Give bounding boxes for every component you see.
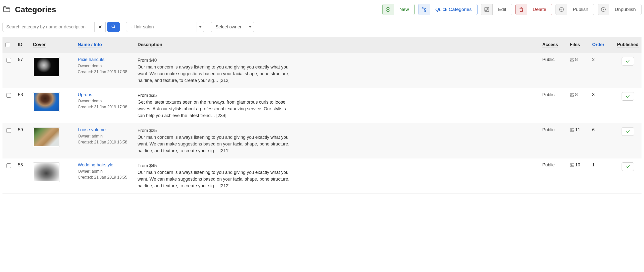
published-toggle[interactable] — [622, 162, 634, 171]
search-clear-button[interactable]: ✕ — [95, 22, 106, 32]
edit-button[interactable]: Edit — [481, 4, 512, 15]
published-toggle[interactable] — [622, 127, 634, 136]
tree-icon — [418, 4, 430, 15]
cell-order: 6 — [589, 123, 614, 158]
check-icon — [625, 94, 630, 99]
search-button[interactable] — [107, 22, 120, 32]
row-checkbox[interactable] — [6, 58, 11, 62]
cell-description: From $40Our main concern is always liste… — [138, 57, 292, 84]
category-select-value: - Hair salon — [126, 22, 196, 32]
cell-order: 3 — [589, 88, 614, 123]
cell-access: Public — [539, 123, 567, 158]
toolbar: New Quick Categories Edit Delete Publish — [382, 4, 642, 15]
cell-description: From $35Get the latest textures seen on … — [138, 92, 292, 119]
image-icon — [570, 163, 574, 167]
unpublish-button[interactable]: Unpublish — [598, 4, 642, 15]
cell-files: 10 — [567, 158, 589, 194]
svg-point-16 — [571, 59, 572, 59]
cancel-circle-icon — [598, 4, 609, 15]
new-button[interactable]: New — [382, 4, 415, 15]
svg-rect-21 — [570, 164, 574, 167]
created-line: Created: 21 Jan 2019 18:55 — [78, 175, 132, 180]
table-row: 55 Wedding hairstyle Owner: admin Create… — [2, 158, 642, 194]
new-button-label: New — [394, 4, 414, 15]
svg-line-14 — [114, 27, 116, 28]
cover-thumbnail[interactable] — [33, 162, 60, 182]
owner-line: Owner: admin — [78, 134, 132, 138]
svg-rect-5 — [425, 11, 426, 12]
column-published[interactable]: Published — [617, 42, 638, 48]
created-line: Created: 31 Jan 2019 17:38 — [78, 105, 132, 109]
cell-id: 58 — [15, 88, 30, 123]
cover-thumbnail[interactable] — [33, 57, 60, 77]
quick-categories-button[interactable]: Quick Categories — [418, 4, 478, 15]
category-name-link[interactable]: Wedding hairstyle — [78, 162, 114, 167]
svg-rect-15 — [570, 58, 574, 61]
column-cover[interactable]: Cover — [33, 42, 46, 48]
categories-table: ID Cover Name / Info Description Access … — [2, 37, 642, 194]
image-icon — [570, 58, 574, 61]
close-icon: ✕ — [98, 24, 102, 30]
published-toggle[interactable] — [622, 92, 634, 101]
cell-order: 2 — [589, 53, 614, 88]
category-name-link[interactable]: Up-dos — [78, 92, 92, 97]
column-name[interactable]: Name / Info — [78, 42, 102, 48]
row-checkbox[interactable] — [6, 93, 11, 98]
svg-point-20 — [571, 129, 572, 130]
page-title: Categories — [15, 5, 56, 14]
cell-files: 8 — [567, 53, 589, 88]
created-line: Created: 21 Jan 2019 18:58 — [78, 140, 132, 144]
cover-thumbnail[interactable] — [33, 92, 60, 112]
column-description[interactable]: Description — [138, 42, 162, 48]
quick-categories-label: Quick Categories — [430, 4, 477, 15]
column-access[interactable]: Access — [542, 42, 558, 48]
cell-id: 57 — [15, 53, 30, 88]
created-line: Created: 31 Jan 2019 17:38 — [78, 70, 132, 74]
column-id[interactable]: ID — [18, 42, 22, 48]
cell-files: 11 — [567, 123, 589, 158]
publish-button[interactable]: Publish — [556, 4, 594, 15]
categories-icon — [2, 5, 11, 14]
unpublish-button-label: Unpublish — [609, 4, 642, 15]
check-icon — [625, 129, 630, 134]
svg-rect-17 — [570, 93, 574, 96]
published-toggle[interactable] — [622, 57, 634, 65]
chevron-down-icon — [246, 22, 254, 32]
svg-rect-3 — [422, 7, 424, 9]
pencil-icon — [481, 4, 493, 15]
table-row: 59 Loose volume Owner: admin Created: 21… — [2, 123, 642, 158]
delete-button[interactable]: Delete — [516, 4, 552, 15]
category-name-link[interactable]: Pixie haircuts — [78, 57, 104, 62]
cell-description: From $45Our main concern is always liste… — [138, 162, 292, 189]
column-order[interactable]: Order — [592, 42, 604, 48]
svg-rect-4 — [425, 8, 426, 10]
check-icon — [625, 164, 630, 169]
svg-point-22 — [571, 164, 572, 165]
search-icon — [111, 24, 116, 30]
chevron-down-icon — [196, 22, 204, 32]
cell-access: Public — [539, 53, 567, 88]
select-all-checkbox[interactable] — [6, 43, 10, 47]
svg-point-18 — [571, 94, 572, 95]
svg-point-9 — [559, 7, 564, 12]
column-files[interactable]: Files — [570, 42, 580, 48]
cell-id: 59 — [15, 123, 30, 158]
trash-icon — [516, 4, 527, 15]
check-circle-icon — [556, 4, 567, 15]
svg-rect-19 — [570, 129, 574, 132]
category-select[interactable]: - Hair salon — [126, 22, 204, 32]
cell-id: 55 — [15, 158, 30, 194]
check-icon — [625, 59, 630, 64]
cover-thumbnail[interactable] — [33, 127, 60, 147]
row-checkbox[interactable] — [6, 163, 11, 168]
cell-order: 1 — [589, 158, 614, 194]
search-input[interactable] — [2, 22, 95, 32]
owner-select[interactable]: Select owner — [211, 22, 254, 32]
table-row: 58 Up-dos Owner: demo Created: 31 Jan 20… — [2, 88, 642, 123]
row-checkbox[interactable] — [6, 128, 11, 133]
table-row: 57 Pixie haircuts Owner: demo Created: 3… — [2, 53, 642, 88]
owner-select-value: Select owner — [211, 22, 246, 32]
category-name-link[interactable]: Loose volume — [78, 127, 106, 132]
publish-button-label: Publish — [567, 4, 594, 15]
cell-files: 8 — [567, 88, 589, 123]
